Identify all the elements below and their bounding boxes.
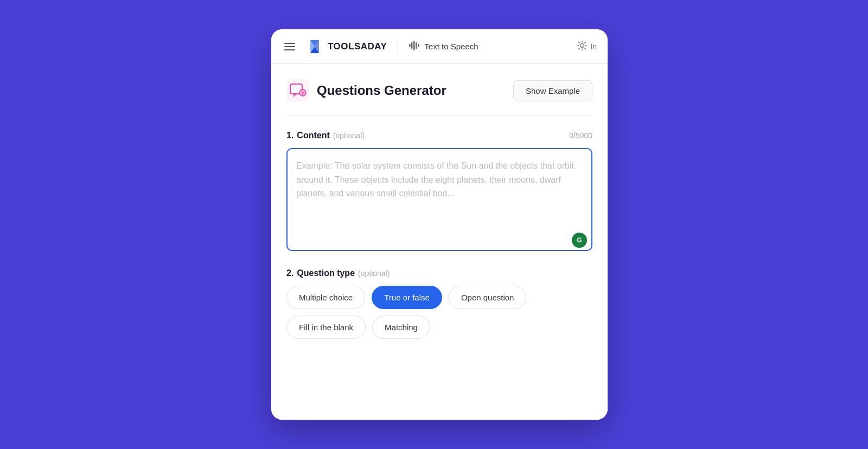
page-title-group: ? Questions Generator bbox=[286, 79, 446, 102]
tts-label: Text to Speech bbox=[424, 42, 478, 51]
question-type-grid: Multiple choiceTrue or falseOpen questio… bbox=[286, 286, 592, 339]
question-type-label-text: 2. Question type (optional) bbox=[286, 268, 390, 278]
nav-extra-link[interactable]: In bbox=[577, 41, 597, 52]
svg-line-11 bbox=[585, 48, 586, 49]
content-label: Content bbox=[297, 131, 329, 140]
logo[interactable]: TOOLSADAY bbox=[306, 38, 387, 55]
grammarly-badge: G bbox=[572, 233, 587, 248]
content-label-row: 1. Content (optional) 0/5000 bbox=[286, 131, 592, 140]
type-btn-true-or-false[interactable]: True or false bbox=[372, 286, 442, 309]
char-count: 0/5000 bbox=[569, 131, 592, 140]
question-type-section: 2. Question type (optional) Multiple cho… bbox=[286, 268, 592, 339]
questions-generator-icon: ? bbox=[286, 79, 309, 102]
svg-rect-2 bbox=[413, 41, 415, 50]
svg-line-13 bbox=[579, 48, 580, 49]
hamburger-menu[interactable] bbox=[282, 41, 297, 53]
extra-label: In bbox=[590, 42, 597, 51]
svg-rect-0 bbox=[409, 44, 411, 47]
logo-icon bbox=[306, 38, 323, 55]
app-card: TOOLSADAY Text to Speech bbox=[271, 29, 608, 420]
question-type-optional: (optional) bbox=[358, 269, 390, 278]
content-number: 1. bbox=[286, 131, 293, 140]
svg-rect-4 bbox=[418, 44, 419, 47]
page-header: ? Questions Generator Show Example bbox=[286, 79, 592, 102]
svg-line-10 bbox=[579, 42, 580, 43]
content-section: 1. Content (optional) 0/5000 G bbox=[286, 131, 592, 253]
section-divider-top bbox=[286, 115, 592, 116]
content-optional: (optional) bbox=[333, 131, 365, 140]
nav-divider bbox=[398, 39, 398, 55]
type-btn-multiple-choice[interactable]: Multiple choice bbox=[286, 286, 365, 309]
question-type-number: 2. bbox=[286, 268, 293, 278]
svg-point-5 bbox=[580, 44, 584, 48]
type-btn-open-question[interactable]: Open question bbox=[449, 286, 527, 309]
navbar: TOOLSADAY Text to Speech bbox=[271, 29, 608, 64]
svg-line-12 bbox=[585, 42, 586, 43]
content-textarea[interactable] bbox=[286, 148, 592, 251]
svg-text:?: ? bbox=[302, 91, 304, 96]
show-example-button[interactable]: Show Example bbox=[513, 80, 592, 101]
nav-tts-link[interactable]: Text to Speech bbox=[409, 41, 478, 52]
waveform-icon bbox=[409, 41, 420, 52]
logo-text: TOOLSADAY bbox=[328, 41, 387, 52]
svg-rect-1 bbox=[411, 42, 413, 49]
type-btn-matching[interactable]: Matching bbox=[372, 316, 430, 339]
page-title: Questions Generator bbox=[317, 83, 446, 98]
svg-rect-3 bbox=[416, 42, 417, 49]
main-content: ? Questions Generator Show Example 1. Co… bbox=[271, 64, 608, 420]
textarea-wrapper: G bbox=[286, 148, 592, 253]
type-btn-fill-in-the-blank[interactable]: Fill in the blank bbox=[286, 316, 366, 339]
question-type-label-row: 2. Question type (optional) bbox=[286, 268, 592, 278]
sun-icon bbox=[577, 41, 587, 52]
content-label-text: 1. Content (optional) bbox=[286, 131, 365, 140]
question-type-label: Question type bbox=[297, 268, 355, 278]
